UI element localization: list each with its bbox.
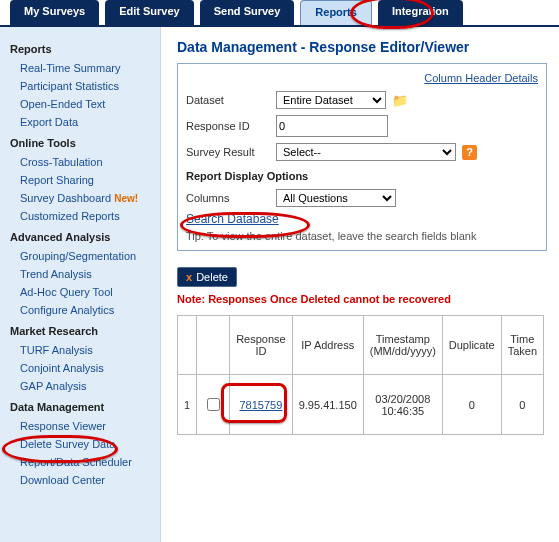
sidebar: Reports Real-Time Summary Participant St… [0, 27, 161, 542]
column-header-details-link[interactable]: Column Header Details [186, 72, 538, 88]
dataset-select[interactable]: Entire Dataset [276, 91, 386, 109]
col-header-duplicate: Duplicate [442, 316, 501, 375]
tab-reports[interactable]: Reports [300, 0, 372, 25]
row-select-checkbox[interactable] [207, 398, 220, 411]
response-id-link[interactable]: 7815759 [239, 399, 282, 411]
cell-timestamp: 03/20/200810:46:35 [363, 375, 442, 435]
sidebar-item-gap-analysis[interactable]: GAP Analysis [0, 377, 160, 395]
sidebar-item-grouping[interactable]: Grouping/Segmentation [0, 247, 160, 265]
cell-ip: 9.95.41.150 [292, 375, 363, 435]
search-panel: Column Header Details Dataset Entire Dat… [177, 63, 547, 251]
sidebar-item-trend-analysis[interactable]: Trend Analysis [0, 265, 160, 283]
help-icon[interactable]: ? [462, 145, 477, 160]
sidebar-item-turf-analysis[interactable]: TURF Analysis [0, 341, 160, 359]
sidebar-item-delete-survey-data[interactable]: Delete Survey Data [0, 435, 160, 453]
sidebar-group-online-tools: Online Tools [0, 131, 160, 153]
cell-duplicate: 0 [442, 375, 501, 435]
delete-warning-note: Note: Responses Once Deleted cannot be r… [177, 287, 547, 315]
delete-x-icon: x [186, 271, 196, 283]
sidebar-item-customized-reports[interactable]: Customized Reports [0, 207, 160, 225]
sidebar-group-data-management: Data Management [0, 395, 160, 417]
delete-button-label: Delete [196, 271, 228, 283]
sidebar-item-adhoc-query[interactable]: Ad-Hoc Query Tool [0, 283, 160, 301]
folder-icon[interactable]: 📁 [392, 93, 408, 108]
sidebar-item-conjoint-analysis[interactable]: Conjoint Analysis [0, 359, 160, 377]
survey-result-select[interactable]: Select-- [276, 143, 456, 161]
sidebar-item-download-center[interactable]: Download Center [0, 471, 160, 489]
cell-row-number: 1 [178, 375, 197, 435]
col-header-ip: IP Address [292, 316, 363, 375]
sidebar-item-open-ended-text[interactable]: Open-Ended Text [0, 95, 160, 113]
sidebar-item-export-data[interactable]: Export Data [0, 113, 160, 131]
cell-time-taken: 0 [501, 375, 543, 435]
sidebar-group-advanced-analysis: Advanced Analysis [0, 225, 160, 247]
sidebar-group-market-research: Market Research [0, 319, 160, 341]
label-survey-result: Survey Result [186, 146, 276, 158]
table-row: 1 7815759 9.95.41.150 03/20/200810:46:35… [178, 375, 544, 435]
tab-integration[interactable]: Integration [378, 0, 463, 25]
content-area: Data Management - Response Editor/Viewer… [161, 27, 559, 542]
response-id-input[interactable] [276, 115, 388, 137]
label-dataset: Dataset [186, 94, 276, 106]
response-table: Response ID IP Address Timestamp (MM/dd/… [177, 315, 544, 435]
report-display-options-header: Report Display Options [186, 164, 538, 186]
tab-send-survey[interactable]: Send Survey [200, 0, 295, 25]
sidebar-item-participant-statistics[interactable]: Participant Statistics [0, 77, 160, 95]
sidebar-item-survey-dashboard[interactable]: Survey Dashboard New! [0, 189, 160, 207]
sidebar-item-report-data-scheduler[interactable]: Report/Data Scheduler [0, 453, 160, 471]
page-title: Data Management - Response Editor/Viewer [177, 39, 547, 55]
col-header-timestamp: Timestamp (MM/dd/yyyy) [363, 316, 442, 375]
sidebar-item-cross-tabulation[interactable]: Cross-Tabulation [0, 153, 160, 171]
columns-select[interactable]: All Questions [276, 189, 396, 207]
top-tabs: My Surveys Edit Survey Send Survey Repor… [0, 0, 559, 27]
sidebar-item-response-viewer[interactable]: Response Viewer [0, 417, 160, 435]
search-database-button[interactable]: Search Database [186, 210, 279, 228]
col-header-response-id: Response ID [230, 316, 293, 375]
new-badge: New! [114, 193, 138, 204]
tip-text: Tip: To view the entire dataset, leave t… [186, 228, 538, 242]
sidebar-item-configure-analytics[interactable]: Configure Analytics [0, 301, 160, 319]
delete-button[interactable]: xDelete [177, 267, 237, 287]
sidebar-item-label: Survey Dashboard [20, 192, 111, 204]
col-header-time-taken: Time Taken [501, 316, 543, 375]
label-response-id: Response ID [186, 120, 276, 132]
sidebar-item-report-sharing[interactable]: Report Sharing [0, 171, 160, 189]
sidebar-group-reports: Reports [0, 37, 160, 59]
label-columns: Columns [186, 192, 276, 204]
tab-my-surveys[interactable]: My Surveys [10, 0, 99, 25]
tab-edit-survey[interactable]: Edit Survey [105, 0, 194, 25]
sidebar-item-real-time-summary[interactable]: Real-Time Summary [0, 59, 160, 77]
